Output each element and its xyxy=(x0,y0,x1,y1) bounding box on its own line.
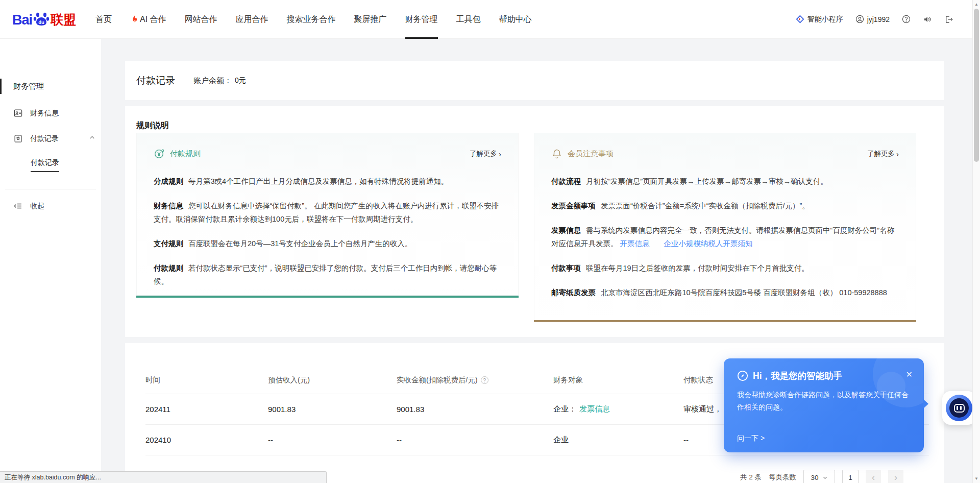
chevron-right-icon: › xyxy=(499,150,501,158)
per-page-select[interactable]: 30 xyxy=(803,470,835,483)
cell-estimated: 9001.83 xyxy=(268,405,397,414)
chevron-right-icon: › xyxy=(896,150,899,158)
sidebar-item-payment-records[interactable]: 付款记录 xyxy=(13,134,88,143)
column-header-estimated: 预估收入(元) xyxy=(268,375,397,385)
cell-time: 202411 xyxy=(145,405,268,414)
nav-item-website-cooperation[interactable]: 网站合作 xyxy=(185,0,217,39)
vertical-scrollbar[interactable]: ▲ ▼ xyxy=(972,0,980,483)
pagination: 共 2 条 每页条数 30 1 ‹ › xyxy=(740,470,903,483)
nav-right-cluster: 智能小程序 jyj1992 xyxy=(796,15,953,24)
smart-program-icon xyxy=(796,15,804,23)
rule-paragraph: 付款规则若付款状态显示“已支付”，说明联盟已安排了您的付款。支付后三个工作日内到… xyxy=(154,261,501,288)
assistant-robot-avatar[interactable] xyxy=(942,391,976,425)
payment-rules-title: 付款规则 xyxy=(170,149,201,159)
payment-rules-body: 分成规则每月第3或4个工作日产出上月分成信息及发票信息，如有特殊情况将提前通知。… xyxy=(154,175,501,288)
logo-text-du: du xyxy=(38,19,44,25)
logout-icon[interactable] xyxy=(944,15,953,24)
sound-icon[interactable] xyxy=(923,15,932,24)
bell-icon xyxy=(551,148,562,159)
column-header-received: 实收金额(扣除税费后/元) ? xyxy=(397,375,553,385)
smart-program-link[interactable]: 智能小程序 xyxy=(796,15,843,24)
page-header-card: 付款记录 账户余额： 0元 xyxy=(125,61,944,100)
payment-rules-more-link[interactable]: 了解更多› xyxy=(470,149,501,158)
payment-records-icon xyxy=(13,134,23,143)
nav-item-help-center[interactable]: 帮助中心 xyxy=(499,0,532,39)
rule-paragraph: 支付规则百度联盟会在每月20号—31号支付企业会员上个自然月产生的收入。 xyxy=(154,237,501,250)
cell-estimated: -- xyxy=(268,436,397,444)
sidebar-collapse-button[interactable]: 收起 xyxy=(13,201,44,211)
help-icon[interactable] xyxy=(902,15,911,23)
nav-item-app-cooperation[interactable]: 应用合作 xyxy=(236,0,268,39)
finance-info-icon xyxy=(13,108,23,118)
nav-item-finance-management[interactable]: 财务管理 xyxy=(405,0,438,39)
assistant-header: Hi，我是您的智能助手 ✕ xyxy=(724,358,924,382)
rule-paragraph: 付款事项联盟在每月19日之后签收的发票，付款时间安排在下个月首批支付。 xyxy=(551,261,899,275)
page-number-button[interactable]: 1 xyxy=(842,470,859,483)
invoice-detail-link[interactable]: 发票信息 xyxy=(579,404,610,413)
sidebar-divider xyxy=(5,189,96,189)
chevron-up-icon[interactable] xyxy=(89,134,95,141)
coin-icon xyxy=(154,148,165,159)
scroll-up-icon[interactable]: ▲ xyxy=(973,1,980,8)
ask-now-link[interactable]: 问一下 > xyxy=(737,434,765,443)
question-circle-icon[interactable]: ? xyxy=(481,376,488,384)
scrollbar-thumb[interactable] xyxy=(974,9,979,162)
member-notices-body: 付款流程月初按“发票信息”页面开具发票→上传发票→邮寄发票→审核→确认支付。 发… xyxy=(551,175,899,299)
logo-text-bai: Bai xyxy=(12,12,32,28)
scroll-down-icon[interactable]: ▼ xyxy=(973,475,980,482)
small-taxpayer-notice-link[interactable]: 企业小规模纳税人开票须知 xyxy=(664,239,753,248)
total-count-label: 共 2 条 xyxy=(740,473,762,482)
account-balance-label: 账户余额： xyxy=(193,76,232,86)
prev-page-button[interactable]: ‹ xyxy=(866,470,881,483)
page-title: 付款记录 xyxy=(136,74,175,87)
cell-finance-target: 企业：发票信息 xyxy=(553,404,683,414)
user-icon xyxy=(855,15,864,23)
rule-paragraph: 付款流程月初按“发票信息”页面开具发票→上传发票→邮寄发票→审核→确认支付。 xyxy=(551,175,899,188)
robot-ring xyxy=(946,395,972,421)
flame-icon xyxy=(130,15,138,24)
cell-received: 9001.83 xyxy=(397,405,553,414)
next-page-button[interactable]: › xyxy=(888,470,903,483)
sidebar-title: 财务管理 xyxy=(13,82,44,91)
payment-rules-card: 付款规则 了解更多› 分成规则每月第3或4个工作日产出上月分成信息及发票信息，如… xyxy=(136,133,519,298)
account-balance-value: 0元 xyxy=(235,76,246,85)
cell-received: -- xyxy=(397,436,553,444)
rule-paragraph: 发票信息需与系统内发票信息内容完全一致，否则无法支付。请根据发票信息页面中“百度… xyxy=(551,224,899,250)
close-icon[interactable]: ✕ xyxy=(906,370,913,379)
sidebar-subitem-payment-records[interactable]: 付款记录 xyxy=(31,158,59,172)
member-notices-title: 会员注意事项 xyxy=(568,149,614,159)
compass-icon xyxy=(737,370,748,381)
rules-section-title: 规则说明 xyxy=(136,120,169,131)
payment-rules-header: 付款规则 了解更多› xyxy=(136,133,519,159)
sidebar: 财务管理 财务信息 付款记录 付款记录 收起 xyxy=(0,39,101,483)
member-notices-card: 会员注意事项 了解更多› 付款流程月初按“发票信息”页面开具发票→上传发票→邮寄… xyxy=(534,133,916,322)
column-header-finance-target: 财务对象 xyxy=(553,375,683,385)
paw-icon: du xyxy=(33,11,50,28)
cell-time: 202410 xyxy=(145,436,268,444)
cell-finance-target: 企业 xyxy=(553,435,683,445)
column-header-time: 时间 xyxy=(145,375,268,385)
assistant-title: Hi，我是您的智能助手 xyxy=(753,370,842,382)
collapse-icon xyxy=(13,201,23,211)
chevron-down-icon xyxy=(822,475,828,480)
rules-section: 规则说明 付款规则 了解更多› 分成规则每月第3或4个工作日产出上月分成信息及发… xyxy=(125,106,944,337)
robot-face-icon xyxy=(949,398,969,418)
nav-item-home[interactable]: 首页 xyxy=(95,0,112,39)
logo-text-union: 联盟 xyxy=(51,11,76,28)
nav-item-ai-cooperation[interactable]: AI 合作 xyxy=(130,0,166,39)
assistant-popup: Hi，我是您的智能助手 ✕ 我会帮助您诊断合作链路问题，以及解答您关于任何合作相… xyxy=(724,358,924,452)
invoice-info-link[interactable]: 开票信息 xyxy=(620,239,650,248)
member-notices-header: 会员注意事项 了解更多› xyxy=(534,133,916,159)
nav-item-screen-promotion[interactable]: 聚屏推广 xyxy=(354,0,387,39)
baidu-union-logo[interactable]: Bai du 联盟 xyxy=(12,11,76,28)
user-account[interactable]: jyj1992 xyxy=(855,15,890,23)
sidebar-item-finance-info[interactable]: 财务信息 xyxy=(13,108,59,118)
rule-paragraph: 财务信息您可以在财务信息中选择“保留付款”。 在此期间您产生的收入将在账户内进行… xyxy=(154,199,501,226)
member-notices-more-link[interactable]: 了解更多› xyxy=(867,149,899,158)
per-page-label: 每页条数 xyxy=(769,473,796,482)
rule-paragraph: 分成规则每月第3或4个工作日产出上月分成信息及发票信息，如有特殊情况将提前通知。 xyxy=(154,175,501,188)
nav-item-toolkit[interactable]: 工具包 xyxy=(456,0,481,39)
nav-item-search-cooperation[interactable]: 搜索业务合作 xyxy=(287,0,336,39)
rule-paragraph: 邮寄纸质发票北京市海淀区西北旺东路10号院百度科技园5号楼 百度联盟财务组（收）… xyxy=(551,286,899,299)
top-navigation: Bai du 联盟 首页 AI 合作 网站合作 应用合作 搜索业务合作 聚屏推广… xyxy=(0,0,980,39)
